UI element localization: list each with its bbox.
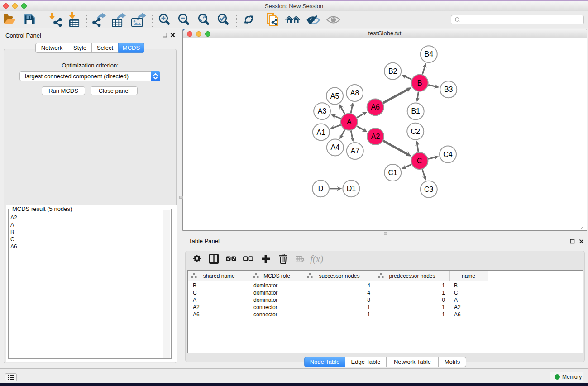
svg-text:B2: B2 — [388, 67, 397, 75]
svg-text:A1: A1 — [317, 129, 326, 136]
svg-text:C4: C4 — [443, 151, 453, 158]
svg-text:B4: B4 — [425, 50, 434, 58]
svg-text:A3: A3 — [318, 107, 327, 115]
svg-text:D1: D1 — [347, 185, 356, 192]
svg-text:B3: B3 — [444, 86, 453, 93]
svg-text:C3: C3 — [424, 186, 434, 193]
svg-text:A5: A5 — [330, 92, 339, 100]
svg-text:A7: A7 — [351, 147, 360, 155]
svg-text:B: B — [417, 79, 422, 87]
svg-text:A8: A8 — [350, 89, 359, 97]
svg-text:C1: C1 — [388, 169, 397, 176]
svg-text:B1: B1 — [411, 107, 420, 115]
svg-text:A2: A2 — [371, 133, 380, 140]
svg-text:A4: A4 — [331, 143, 340, 151]
svg-text:C2: C2 — [411, 128, 420, 135]
svg-text:D: D — [318, 185, 324, 192]
svg-text:A: A — [347, 118, 352, 126]
svg-text:C: C — [417, 157, 422, 165]
svg-text:A6: A6 — [371, 103, 380, 111]
